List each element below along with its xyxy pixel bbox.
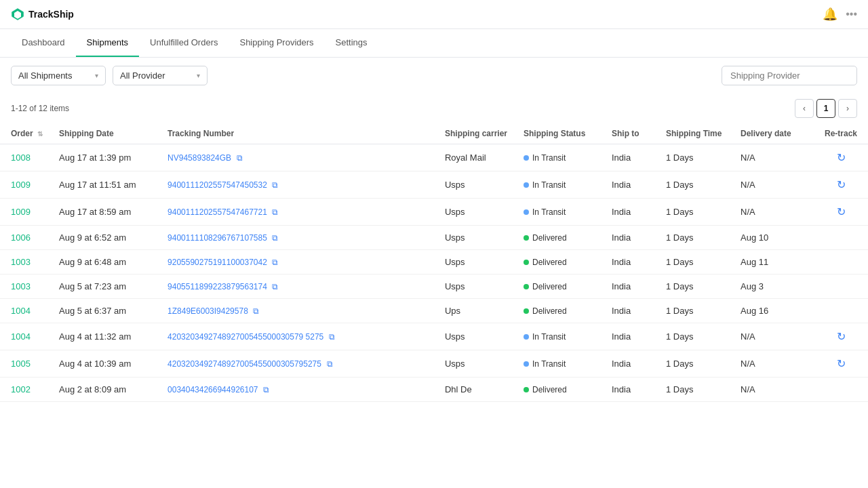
notification-icon[interactable]: 🔔	[823, 7, 837, 22]
status-label: In Transit	[532, 332, 566, 342]
table-row: 1008 Aug 17 at 1:39 pm NV945893824GB ⧉ R…	[0, 144, 868, 171]
shipments-filter-chevron: ▾	[95, 72, 98, 79]
cell-shipping-date: Aug 5 at 6:37 am	[51, 299, 159, 323]
cell-delivery-date: N/A	[732, 350, 814, 378]
copy-tracking-icon[interactable]: ⧉	[327, 359, 333, 369]
cell-order: 1004	[0, 323, 51, 350]
nav-shipping-providers[interactable]: Shipping Providers	[229, 29, 324, 57]
tracking-number-link[interactable]: 9205590275191100037042	[167, 258, 267, 267]
status-badge: In Transit	[524, 207, 595, 217]
table-row: 1004 Aug 4 at 11:32 am 42032034927489270…	[0, 323, 868, 350]
tracking-number-link[interactable]: NV945893824GB	[167, 153, 231, 163]
table-row: 1002 Aug 2 at 8:09 am 003404342669449261…	[0, 378, 868, 402]
tracking-number-link[interactable]: 9400111108296767107585	[167, 233, 267, 243]
cell-carrier: Usps	[437, 226, 515, 250]
pagination-prev[interactable]: ‹	[795, 99, 814, 118]
cell-ship-to: India	[604, 274, 658, 299]
tracking-number-link[interactable]: 420320349274892700545500030579 5275	[167, 332, 323, 342]
cell-shipping-time: 1 Days	[658, 171, 732, 199]
copy-tracking-icon[interactable]: ⧉	[272, 180, 278, 190]
more-options-icon[interactable]: •••	[846, 8, 857, 20]
provider-filter-dropdown[interactable]: All Provider ▾	[113, 66, 208, 85]
cell-shipping-time: 1 Days	[658, 323, 732, 350]
table-header-row: Order ⇅ Shipping Date Tracking Number Sh…	[0, 123, 868, 144]
order-link[interactable]: 1009	[11, 180, 31, 190]
col-header-shipping-time: Shipping Time	[658, 123, 732, 144]
retrack-button[interactable]: ↻	[837, 151, 846, 164]
logo: TrackShip	[11, 7, 74, 21]
status-badge: In Transit	[524, 153, 595, 163]
copy-tracking-icon[interactable]: ⧉	[263, 385, 269, 394]
cell-shipping-date: Aug 17 at 1:39 pm	[51, 144, 159, 171]
col-header-order[interactable]: Order ⇅	[0, 123, 51, 144]
order-link[interactable]: 1004	[11, 331, 31, 342]
copy-tracking-icon[interactable]: ⧉	[253, 306, 259, 316]
copy-tracking-icon[interactable]: ⧉	[237, 153, 243, 163]
main-nav: Dashboard Shipments Unfulfilled Orders S…	[0, 29, 868, 58]
cell-ship-to: India	[604, 226, 658, 250]
cell-delivery-date: Aug 3	[732, 274, 814, 299]
status-badge: In Transit	[524, 332, 595, 342]
col-header-carrier: Shipping carrier	[437, 123, 515, 144]
copy-tracking-icon[interactable]: ⧉	[272, 282, 278, 291]
tracking-number-link[interactable]: 4203203492748927005455000305795275	[167, 359, 321, 369]
retrack-button[interactable]: ↻	[837, 205, 846, 218]
nav-unfulfilled-orders[interactable]: Unfulfilled Orders	[139, 29, 229, 57]
pagination-next[interactable]: ›	[838, 99, 857, 118]
copy-tracking-icon[interactable]: ⧉	[272, 233, 278, 243]
retrack-button[interactable]: ↻	[837, 357, 846, 370]
shipments-filter-label: All Shipments	[18, 70, 72, 81]
status-dot	[524, 209, 529, 215]
order-link[interactable]: 1004	[11, 306, 31, 316]
pagination-bar: 1-12 of 12 items ‹ 1 ›	[0, 94, 868, 123]
nav-dashboard[interactable]: Dashboard	[11, 29, 76, 57]
cell-carrier: Usps	[437, 350, 515, 378]
cell-tracking: 420320349274892700545500030579 5275 ⧉	[159, 323, 437, 350]
cell-status: Delivered	[515, 250, 604, 274]
cell-order: 1004	[0, 299, 51, 323]
tracking-number-link[interactable]: 9400111202557547450532	[167, 180, 267, 190]
order-link[interactable]: 1009	[11, 207, 31, 217]
order-link[interactable]: 1002	[11, 384, 31, 394]
cell-retrack: ↻	[814, 350, 868, 378]
cell-retrack: ↻	[814, 323, 868, 350]
cell-status: Delivered	[515, 226, 604, 250]
tracking-number-link[interactable]: 1Z849E6003I9429578	[167, 306, 248, 316]
cell-status: Delivered	[515, 378, 604, 402]
shipping-provider-search[interactable]	[722, 66, 857, 85]
tracking-number-link[interactable]: 9400111202557547467721	[167, 207, 267, 217]
shipments-filter-dropdown[interactable]: All Shipments ▾	[11, 66, 106, 85]
col-header-shipping-date: Shipping Date	[51, 123, 159, 144]
cell-retrack	[814, 274, 868, 299]
cell-retrack	[814, 299, 868, 323]
status-dot	[524, 235, 529, 241]
copy-tracking-icon[interactable]: ⧉	[329, 332, 335, 342]
order-link[interactable]: 1003	[11, 281, 31, 291]
nav-settings[interactable]: Settings	[325, 29, 378, 57]
cell-shipping-date: Aug 17 at 11:51 am	[51, 171, 159, 199]
copy-tracking-icon[interactable]: ⧉	[272, 207, 278, 217]
order-link[interactable]: 1003	[11, 257, 31, 267]
cell-carrier: Usps	[437, 250, 515, 274]
cell-ship-to: India	[604, 171, 658, 199]
retrack-button[interactable]: ↻	[837, 330, 846, 343]
order-link[interactable]: 1006	[11, 232, 31, 243]
cell-tracking: 1Z849E6003I9429578 ⧉	[159, 299, 437, 323]
status-label: In Transit	[532, 207, 566, 217]
nav-shipments[interactable]: Shipments	[76, 29, 139, 57]
cell-shipping-date: Aug 17 at 8:59 am	[51, 199, 159, 226]
tracking-number-link[interactable]: 9405511899223879563174	[167, 282, 267, 291]
cell-shipping-time: 1 Days	[658, 299, 732, 323]
retrack-button[interactable]: ↻	[837, 178, 846, 191]
cell-shipping-time: 1 Days	[658, 144, 732, 171]
order-link[interactable]: 1008	[11, 152, 31, 163]
tracking-number-link[interactable]: 00340434266944926107	[167, 385, 258, 394]
status-label: Delivered	[532, 306, 567, 316]
shipments-table-container: Order ⇅ Shipping Date Tracking Number Sh…	[0, 123, 868, 402]
order-link[interactable]: 1005	[11, 359, 31, 369]
copy-tracking-icon[interactable]: ⧉	[272, 258, 278, 267]
cell-delivery-date: N/A	[732, 323, 814, 350]
cell-order: 1008	[0, 144, 51, 171]
pagination-page-1[interactable]: 1	[816, 99, 835, 118]
status-badge: Delivered	[524, 233, 595, 243]
